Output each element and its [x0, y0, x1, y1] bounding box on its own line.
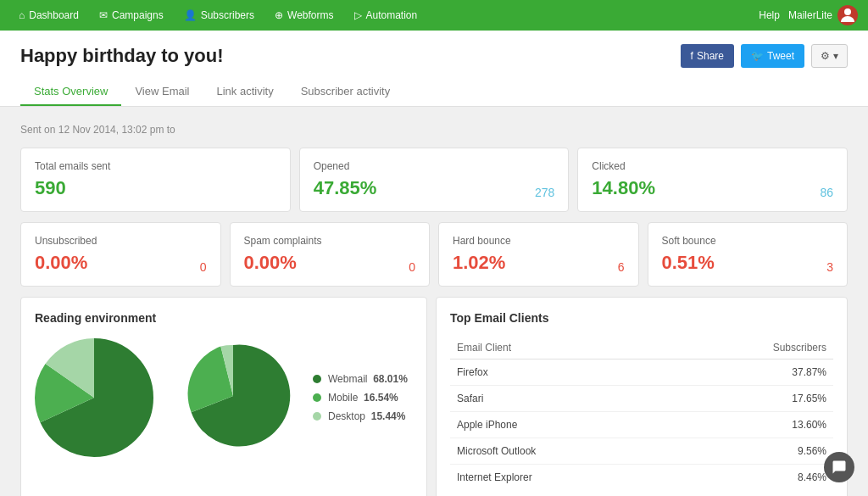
- stat-count-soft-bounce: 3: [826, 260, 833, 274]
- stat-value-opened: 47.85%: [314, 177, 377, 199]
- pie-container: Webmail 68.01% Mobile 16.54% Desktop 15.…: [35, 337, 413, 458]
- client-pct: 9.56%: [672, 438, 833, 465]
- stat-label-unsub: Unsubscribed: [35, 235, 207, 247]
- nav-label-automation: Automation: [366, 9, 418, 21]
- client-name: Internet Explorer: [450, 465, 672, 491]
- legend-label-webmail: Webmail 68.01%: [328, 373, 408, 385]
- share-icon: f: [691, 50, 693, 62]
- stat-opened: Opened 47.85% 278: [299, 148, 570, 212]
- legend-dot-desktop: [313, 412, 321, 421]
- stat-label-clicked: Clicked: [592, 160, 833, 172]
- sent-info: Sent on 12 Nov 2014, 13:02 pm to: [20, 124, 848, 136]
- help-link[interactable]: Help: [759, 9, 780, 21]
- client-pct: 17.65%: [672, 386, 833, 412]
- play-icon: ▷: [354, 9, 362, 21]
- home-icon: ⌂: [19, 9, 25, 21]
- stat-label-total: Total emails sent: [35, 160, 276, 172]
- nav-label-campaigns: Campaigns: [112, 9, 164, 21]
- legend-label-desktop: Desktop 15.44%: [328, 410, 405, 422]
- gear-icon: ⚙: [821, 50, 830, 62]
- table-row: Apple iPhone13.60%: [450, 412, 833, 438]
- header-actions: f Share 🐦 Tweet ⚙ ▾: [681, 44, 848, 68]
- stat-soft-bounce: Soft bounce 0.51% 3: [648, 222, 849, 287]
- nav-item-subscribers[interactable]: 👤 Subscribers: [175, 0, 263, 31]
- stat-label-hard-bounce: Hard bounce: [453, 235, 625, 247]
- globe-icon: ⊕: [275, 9, 283, 21]
- stat-spam: Spam complaints 0.00% 0: [230, 222, 431, 287]
- settings-button[interactable]: ⚙ ▾: [811, 44, 848, 68]
- legend-label-mobile: Mobile 16.54%: [328, 392, 398, 404]
- clients-table: Email Client Subscribers Firefox37.87%Sa…: [450, 337, 833, 490]
- stat-value-soft-bounce: 0.51%: [662, 252, 715, 274]
- stats-row-1: Total emails sent 590 Opened 47.85% 278 …: [20, 148, 848, 212]
- client-name: Microsoft Outlook: [450, 438, 672, 465]
- tab-stats-overview[interactable]: Stats Overview: [20, 78, 121, 106]
- person-icon: 👤: [184, 9, 197, 21]
- stat-value-unsub: 0.00%: [35, 252, 87, 274]
- tweet-button[interactable]: 🐦 Tweet: [741, 44, 804, 68]
- nav-item-campaigns[interactable]: ✉ Campaigns: [91, 0, 172, 31]
- nav-item-webforms[interactable]: ⊕ Webforms: [266, 0, 342, 31]
- main-content: Sent on 12 Nov 2014, 13:02 pm to Total e…: [0, 107, 868, 496]
- col-subscribers: Subscribers: [672, 337, 833, 359]
- client-pct: 37.87%: [672, 359, 833, 386]
- stat-label-soft-bounce: Soft bounce: [662, 235, 834, 247]
- user-menu[interactable]: MailerLite: [788, 5, 858, 25]
- page-title: Happy birthday to you!: [20, 45, 224, 67]
- table-row: Firefox37.87%: [450, 359, 833, 386]
- share-button[interactable]: f Share: [681, 44, 734, 68]
- pie-chart-visual: [174, 337, 292, 458]
- nav-item-dashboard[interactable]: ⌂ Dashboard: [10, 0, 87, 31]
- legend-dot-webmail: [313, 375, 321, 383]
- client-pct: 8.46%: [672, 465, 833, 491]
- stat-total-emails: Total emails sent 590: [20, 148, 291, 212]
- reading-environment-card: Reading environment: [20, 297, 427, 496]
- stats-row-2: Unsubscribed 0.00% 0 Spam complaints 0.0…: [20, 222, 848, 287]
- stat-count-opened: 278: [535, 186, 554, 199]
- reading-env-title: Reading environment: [35, 311, 413, 325]
- client-name: Apple iPhone: [450, 412, 672, 438]
- stat-value-total: 590: [35, 177, 66, 199]
- pie-legend: Webmail 68.01% Mobile 16.54% Desktop 15.…: [313, 373, 408, 422]
- tab-subscriber-activity[interactable]: Subscriber activity: [287, 78, 403, 106]
- twitter-icon: 🐦: [751, 50, 764, 62]
- nav-left: ⌂ Dashboard ✉ Campaigns 👤 Subscribers ⊕ …: [10, 0, 426, 31]
- svg-point-0: [844, 8, 851, 15]
- stat-label-opened: Opened: [314, 160, 555, 172]
- email-clients-title: Top Email Clients: [450, 311, 833, 325]
- nav-item-automation[interactable]: ▷ Automation: [346, 0, 426, 31]
- client-name: Safari: [450, 386, 672, 412]
- avatar: [837, 5, 858, 25]
- stat-value-spam: 0.00%: [244, 252, 297, 274]
- legend-dot-mobile: [313, 393, 321, 402]
- col-client: Email Client: [450, 337, 672, 359]
- table-row: Safari17.65%: [450, 386, 833, 412]
- chat-bubble[interactable]: [824, 452, 854, 482]
- legend-desktop: Desktop 15.44%: [313, 410, 408, 422]
- email-clients-card: Top Email Clients Email Client Subscribe…: [436, 297, 848, 496]
- legend-webmail: Webmail 68.01%: [313, 373, 408, 385]
- stat-label-spam: Spam complaints: [244, 235, 416, 247]
- nav-label-dashboard: Dashboard: [29, 9, 79, 21]
- navigation: ⌂ Dashboard ✉ Campaigns 👤 Subscribers ⊕ …: [0, 0, 868, 31]
- page-header: Happy birthday to you! f Share 🐦 Tweet ⚙…: [0, 31, 868, 107]
- stat-unsubscribed: Unsubscribed 0.00% 0: [20, 222, 221, 287]
- pie-visual: [174, 337, 292, 455]
- stat-count-unsub: 0: [200, 260, 207, 274]
- stat-count-hard-bounce: 6: [618, 260, 625, 274]
- nav-label-subscribers: Subscribers: [201, 9, 254, 21]
- nav-label-webforms: Webforms: [287, 9, 333, 21]
- tab-view-email[interactable]: View Email: [121, 78, 203, 106]
- client-pct: 13.60%: [672, 412, 833, 438]
- stat-count-spam: 0: [409, 260, 415, 274]
- title-row: Happy birthday to you! f Share 🐦 Tweet ⚙…: [20, 44, 848, 68]
- tabs: Stats Overview View Email Link activity …: [20, 78, 848, 106]
- stat-value-hard-bounce: 1.02%: [453, 252, 505, 274]
- stat-hard-bounce: Hard bounce 1.02% 6: [438, 222, 639, 287]
- table-row: Internet Explorer8.46%: [450, 465, 833, 491]
- mail-icon: ✉: [99, 9, 108, 21]
- stat-count-clicked: 86: [820, 186, 833, 199]
- table-row: Microsoft Outlook9.56%: [450, 438, 833, 465]
- stat-value-clicked: 14.80%: [592, 177, 655, 199]
- tab-link-activity[interactable]: Link activity: [203, 78, 287, 106]
